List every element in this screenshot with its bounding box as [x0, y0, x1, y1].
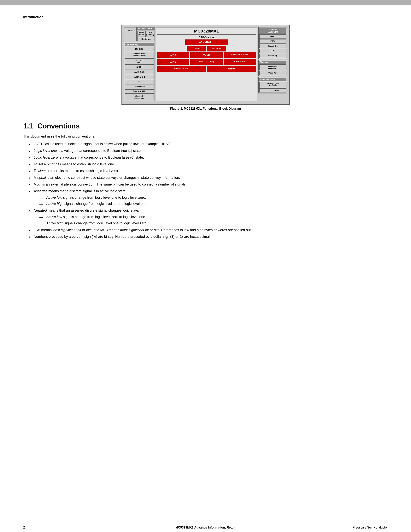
bullet-signal: A signal is an electronic construct whos… — [29, 175, 388, 180]
mmc-sd-block: MMC/SD — [125, 47, 154, 51]
power-control-block: Power Control — [137, 30, 145, 37]
interrupt-block: Interrupt Controller — [224, 52, 256, 58]
analog-signal-block: Analog SignalProcessor — [259, 82, 286, 88]
lcd-controller-block: LCD Controller — [259, 88, 286, 93]
conventions-list: OVERBAR is used to indicate a signal tha… — [29, 141, 388, 239]
bullet-pin: A pin is an external physical connection… — [29, 182, 388, 187]
logic-level-one: Logic level one — [34, 149, 57, 153]
multimedia-accel-block: MultimediaAccelerator — [259, 64, 286, 71]
dmac-block: DMAC (11 Chnl) — [190, 59, 223, 65]
bullet-negated: Negated means that an asserted discrete … — [29, 208, 388, 226]
sub-active-high-1: Active high signals change from logic le… — [39, 201, 388, 207]
sub-active-low-1: Active low signals change from logic lev… — [39, 195, 388, 200]
asserted-sub-list: Active low signals change from logic lev… — [39, 195, 388, 207]
block-diagram: JTAG/ICE System Control Power Control CG… — [121, 25, 290, 105]
bd-right-section: StandardSystem I/O GPIO PWM Timer 1 & 2 … — [258, 27, 287, 101]
sub-active-low-2: Active low signals change from logic lev… — [39, 214, 388, 220]
gpio-block: GPIO — [259, 34, 286, 39]
bullet-lsb-msb: LSB means least significant bit or bits,… — [29, 227, 388, 233]
asserted-word: Asserted — [34, 189, 47, 193]
bullet-clear: To clear a bit or bits means to establis… — [29, 168, 388, 174]
bullet-numbers: Numbers preceded by a percent sign (%) a… — [29, 234, 388, 239]
page: Introduction JTAG/ICE System Control Pow… — [0, 0, 411, 532]
bullet-asserted: Asserted means that a discrete signal is… — [29, 189, 388, 207]
chip-name: MC9328MX1 — [157, 29, 256, 35]
intro-text: This document uses the following convent… — [23, 134, 388, 139]
active-low-1: Active low — [47, 196, 62, 200]
active-low-2: Active low — [47, 215, 62, 219]
bullet-logic-zero: Logic level zero is a voltage that corre… — [29, 155, 388, 160]
logic-level-zero: Logic level zero — [34, 156, 58, 159]
i2c-block: I²C — [125, 80, 154, 84]
connectivity-header: Connectivity — [125, 43, 154, 46]
human-interface-header: Human Interface — [259, 78, 286, 81]
sub-active-high-2: Active high signals change from logic le… — [39, 220, 388, 226]
vmmu-block: VMMU — [190, 52, 223, 58]
negated-sub-list: Active low signals change from logic lev… — [39, 214, 388, 226]
timer-block: Timer 1 & 2 — [259, 44, 286, 48]
overbar-text: OVERBAR — [34, 142, 51, 146]
signal-word: signal — [37, 176, 46, 180]
bd-left-section: JTAG/ICE System Control Power Control CG… — [124, 27, 155, 101]
figure-caption: Figure 1. MC9328MX1 Functional Block Dia… — [170, 107, 241, 110]
bullet-logic-one: Logic level one is a voltage that corres… — [29, 148, 388, 154]
multimedia-header: Multimedia — [259, 61, 286, 64]
uart23-block: UART 2 & 3 — [125, 70, 154, 74]
bits-2: bits — [154, 228, 159, 232]
negated-word: Negated — [34, 209, 47, 212]
active-high-2: Active high — [47, 221, 64, 225]
memory-stick-block: Memory Stick®Host Controller — [125, 52, 154, 58]
bullet-overbar: OVERBAR is used to indicate a signal tha… — [29, 141, 388, 147]
dcache-block: D Cache — [207, 46, 226, 51]
active-high-1: Active high — [47, 202, 64, 206]
connectivity-section: Connectivity MMC/SD Memory Stick®Host Co… — [124, 42, 155, 101]
block-diagram-container: JTAG/ICE System Control Power Control CG… — [23, 25, 388, 118]
standard-io-section: StandardSystem I/O GPIO PWM Timer 1 & 2 … — [258, 27, 287, 59]
multimedia-section: Multimedia MultimediaAccelerator Video P… — [258, 60, 287, 76]
cpu-complex-section: MC9328MX1 CPU Complex ARM9TDMI™ I Cache … — [156, 27, 257, 101]
arm-block: ARM9TDMI™ — [185, 39, 228, 45]
section-number: 1.1 — [23, 122, 33, 130]
smartcard-block: SmartCard I/F — [125, 89, 154, 94]
clear-word: clear — [38, 169, 46, 173]
footer-doc-title: MC9328MX1 Advance Information, Rev. 4 — [175, 526, 236, 529]
msb-text: most significant bit — [120, 228, 149, 232]
rtc-block: RTC — [259, 49, 286, 53]
footer: 2 MC9328MX1 Advance Information, Rev. 4 … — [0, 523, 411, 532]
lsb-text: least significant bit — [53, 228, 81, 232]
system-control-section: System Control Power Control CGM (DPLLx2… — [137, 27, 155, 41]
bits-1: bits — [86, 228, 92, 232]
pin-word: pin — [37, 182, 41, 186]
bullet-set: To set a bit or bits means to establish … — [29, 162, 388, 167]
jtag-block: JTAG/ICE — [124, 27, 137, 41]
spi-block: SPI 1 andSPI 2 — [125, 58, 154, 65]
set-word: set — [38, 162, 43, 166]
reset-overbar: RESET — [160, 142, 172, 146]
uart1-block: UART 1 — [125, 65, 154, 69]
bus-control-block: Bus Control — [224, 59, 256, 65]
ssi-block: SSI/I²S 1 & 2 — [125, 75, 154, 79]
footer-page-number: 2 — [23, 526, 25, 529]
aipi1-block: AIPI 1 — [157, 52, 189, 58]
usb-device-block: USB Device — [125, 85, 154, 89]
section-header: Introduction — [23, 15, 388, 19]
section-title: Conventions — [37, 122, 80, 130]
bootstrap-block: Bootstrap — [137, 37, 155, 41]
eim-block: EIM & SDRAMC — [157, 66, 206, 72]
system-control-header: System Control — [137, 27, 155, 30]
section-1-1: 1.1 Conventions This document uses the f… — [23, 122, 388, 239]
icache-block: I Cache — [187, 46, 206, 51]
cpu-complex-label: CPU Complex — [157, 36, 256, 39]
pwm-block: PWM — [259, 39, 286, 44]
video-port-block: Video Port — [259, 71, 286, 75]
watchdog-block: Watchdog — [259, 54, 286, 58]
bluetooth-block: BluetoothAccelerator — [125, 94, 154, 100]
esram-block: eSRAM — [207, 66, 256, 72]
cgm-block: CGM (DPLLx2) — [145, 30, 155, 37]
top-bar — [0, 0, 411, 5]
standard-io-header: StandardSystem I/O — [259, 28, 286, 34]
hex-prefix: 0x — [179, 235, 183, 238]
aipi2-block: AIPI 2 — [157, 59, 189, 65]
human-interface-section: Human Interface Analog SignalProcessor L… — [258, 77, 287, 93]
footer-company: Freescale Semiconductor — [353, 526, 388, 529]
